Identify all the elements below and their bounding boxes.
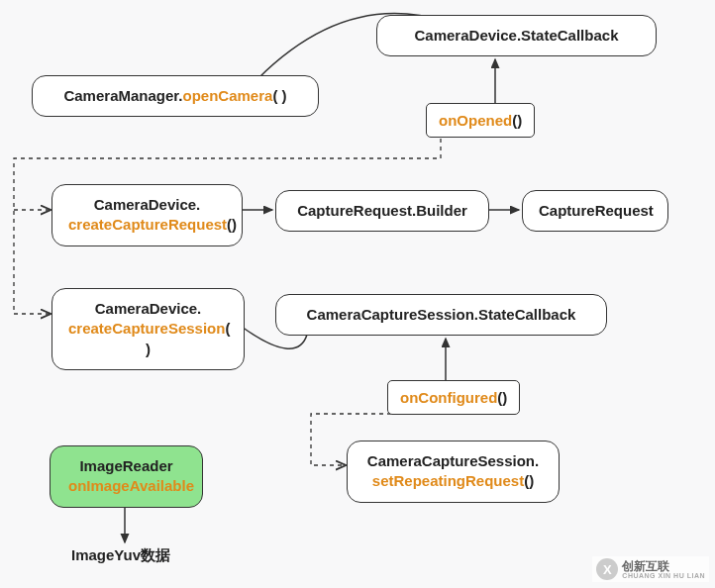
text: ImageReader [79,457,172,474]
watermark-logo: X 创新互联 CHUANG XIN HU LIAN [592,556,709,582]
node-create-capture-session: CameraDevice. createCaptureSession( ) [51,288,245,370]
logo-en: CHUANG XIN HU LIAN [622,572,705,579]
text: () [227,216,237,233]
node-create-capture-request: CameraDevice. createCaptureRequest() [51,184,243,246]
node-open-camera: CameraManager.openCamera( ) [32,75,319,117]
text: CameraDevice. [94,196,201,213]
method: setRepeatingRequest [372,472,524,489]
logo-mark-icon: X [596,558,618,580]
text: ( ) [272,87,286,104]
node-image-yuv: ImageYuv数据 [71,546,170,565]
method: createCaptureSession [68,320,225,337]
text: CaptureRequest.Builder [297,202,467,219]
logo-text: 创新互联 CHUANG XIN HU LIAN [622,560,705,579]
node-on-configured: onConfigured() [387,380,520,415]
node-on-opened: onOpened() [426,103,535,138]
text: () [524,472,534,489]
text: CaptureRequest [539,202,654,219]
method: onImageAvailable [68,477,194,494]
node-image-reader: ImageReader onImageAvailable [50,445,203,508]
node-set-repeating-request: CameraCaptureSession. setRepeatingReques… [347,441,560,503]
method: onOpened [439,112,512,129]
text: CameraCaptureSession. [367,452,539,469]
node-session-state-callback: CameraCaptureSession.StateCallback [275,294,607,336]
text: CameraDevice. [415,27,522,44]
method: openCamera [183,87,273,104]
text: ImageYuv数据 [71,546,170,563]
text: StateCallback [521,27,618,44]
logo-cn: 创新互联 [622,560,705,572]
text: CameraDevice. [95,300,202,317]
node-capture-request-builder: CaptureRequest.Builder [275,190,489,232]
method: onConfigured [400,389,497,406]
node-camera-device-state-callback: CameraDevice.StateCallback [376,15,657,56]
text: CameraCaptureSession.StateCallback [307,306,576,323]
text: () [512,112,522,129]
node-capture-request: CaptureRequest [522,190,668,232]
text: CameraManager. [63,87,182,104]
method: createCaptureRequest [68,216,227,233]
text: () [497,389,507,406]
logo-letter: X [603,562,612,577]
